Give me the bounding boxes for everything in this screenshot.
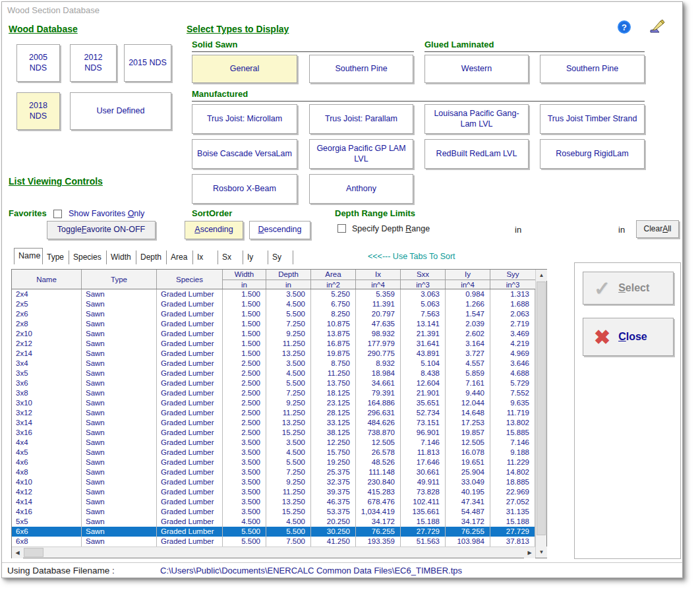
table-row[interactable]: 5x5SawnGraded Lumber4.5004.50020.25034.1… bbox=[12, 517, 535, 527]
table-row[interactable]: 6x8SawnGraded Lumber5.5007.50041.250193.… bbox=[12, 537, 535, 546]
table-cell: 38.125 bbox=[311, 428, 356, 438]
button-georgia-pacific-gp-lam-lvl[interactable]: Georgia Pacific GP LAM LVL bbox=[309, 139, 413, 169]
button-rosboro-x-beam[interactable]: Rosboro X-Beam bbox=[192, 174, 297, 204]
button-user-defined[interactable]: User Defined bbox=[70, 92, 171, 130]
clear-all-button[interactable]: Clear All bbox=[636, 220, 679, 238]
button-western[interactable]: Western bbox=[424, 55, 529, 83]
button-glulam-southern-pine[interactable]: Southern Pine bbox=[540, 55, 645, 83]
button-solid-sawn-southern-pine[interactable]: Southern Pine bbox=[309, 55, 413, 83]
table-row[interactable]: 4x14SawnGraded Lumber3.50013.25046.37567… bbox=[12, 497, 535, 507]
help-icon[interactable]: ? bbox=[618, 20, 631, 34]
button-anthony[interactable]: Anthony bbox=[309, 174, 413, 204]
table-cell: 34.172 bbox=[446, 517, 490, 527]
tab-sy[interactable]: Sy bbox=[268, 251, 293, 264]
tab-depth[interactable]: Depth bbox=[136, 251, 167, 264]
tab-area[interactable]: Area bbox=[167, 251, 193, 264]
scroll-right-arrow-icon[interactable]: ▶ bbox=[524, 547, 535, 558]
table-cell: Graded Lumber bbox=[157, 467, 223, 477]
table-cell: 12.604 bbox=[401, 378, 446, 388]
tab-iy[interactable]: Iy bbox=[243, 251, 268, 264]
table-cell: 3x5 bbox=[12, 369, 82, 378]
select-button[interactable]: ✓ Select bbox=[583, 272, 674, 305]
table-row[interactable]: 2x4SawnGraded Lumber1.5003.5005.2505.359… bbox=[12, 289, 535, 299]
button-trus-joist-microllam[interactable]: Trus Joist: Microllam bbox=[192, 104, 297, 134]
table-row[interactable]: 2x12SawnGraded Lumber1.50011.25016.87517… bbox=[12, 339, 535, 349]
button-2015-nds[interactable]: 2015 NDS bbox=[124, 44, 171, 82]
table-row[interactable]: 3x16SawnGraded Lumber2.50015.25038.12573… bbox=[12, 428, 535, 438]
table-row[interactable]: 4x8SawnGraded Lumber3.5007.25025.375111.… bbox=[12, 467, 535, 477]
show-favorites-checkbox[interactable] bbox=[53, 210, 62, 218]
table-row[interactable]: 2x14SawnGraded Lumber1.50013.25019.87529… bbox=[12, 349, 535, 359]
table-cell: 2.602 bbox=[446, 329, 490, 339]
tab-ix[interactable]: Ix bbox=[193, 251, 218, 264]
glued-laminated-heading: Glued Laminated bbox=[424, 40, 645, 52]
button-general[interactable]: General bbox=[192, 55, 297, 83]
edit-pencil-icon[interactable] bbox=[649, 19, 666, 38]
table-cell: 17.646 bbox=[401, 457, 446, 467]
button-redbuilt-redlam-lvl[interactable]: RedBuilt RedLam LVL bbox=[424, 139, 529, 169]
button-2005-nds[interactable]: 2005 NDS bbox=[16, 44, 60, 82]
table-row[interactable]: 3x6SawnGraded Lumber2.5005.50013.75034.6… bbox=[12, 378, 535, 388]
button-boise-cascade-versalam[interactable]: Boise Cascade VersaLam bbox=[192, 139, 297, 169]
horizontal-scroll-thumb[interactable] bbox=[24, 548, 44, 557]
button-trus-joist-parallam[interactable]: Trus Joist: Parallam bbox=[309, 104, 413, 134]
table-row[interactable]: 4x16SawnGraded Lumber3.50015.25053.3751,… bbox=[12, 507, 535, 517]
descending-button[interactable]: Descending bbox=[249, 221, 310, 239]
table-row[interactable]: 6x6SawnGraded Lumber5.5005.50030.25076.2… bbox=[12, 527, 535, 537]
horizontal-scrollbar[interactable]: ◀ ▶ bbox=[12, 546, 535, 558]
table-row[interactable]: 3x8SawnGraded Lumber2.5007.25018.12579.3… bbox=[12, 388, 535, 398]
table-row[interactable]: 3x4SawnGraded Lumber2.5003.5008.7508.932… bbox=[12, 359, 535, 369]
table-row[interactable]: 3x14SawnGraded Lumber2.50013.25033.12548… bbox=[12, 418, 535, 428]
table-row[interactable]: 2x6SawnGraded Lumber1.5005.5008.25020.79… bbox=[12, 309, 535, 319]
button-2012-nds[interactable]: 2012 NDS bbox=[70, 44, 117, 82]
table-cell: 4x4 bbox=[12, 438, 82, 448]
table-cell: Sawn bbox=[82, 457, 157, 467]
vertical-scrollbar[interactable]: ▲ ▼ bbox=[535, 270, 546, 558]
specify-depth-range-checkbox[interactable] bbox=[337, 224, 346, 233]
table-row[interactable]: 2x10SawnGraded Lumber1.5009.25013.87598.… bbox=[12, 329, 535, 339]
table-row[interactable]: 4x6SawnGraded Lumber3.5005.50019.25048.5… bbox=[12, 457, 535, 467]
button-trus-joist-timber-strand[interactable]: Trus Joist Timber Strand bbox=[540, 104, 645, 134]
scroll-down-arrow-icon[interactable]: ▼ bbox=[536, 546, 547, 558]
table-cell: 48.526 bbox=[356, 457, 401, 467]
tab-width[interactable]: Width bbox=[107, 251, 136, 264]
button-roseburg-rigidlam[interactable]: Roseburg RigidLam bbox=[540, 139, 645, 169]
table-row[interactable]: 3x10SawnGraded Lumber2.5009.25023.125164… bbox=[12, 398, 535, 408]
button-2018-nds[interactable]: 2018 NDS bbox=[16, 92, 60, 130]
table-cell: 96.901 bbox=[401, 428, 446, 438]
col-header-name: Name bbox=[12, 270, 82, 289]
scroll-left-arrow-icon[interactable]: ◀ bbox=[12, 547, 23, 558]
close-button[interactable]: ✖ Close bbox=[583, 318, 674, 356]
table-row[interactable]: 2x5SawnGraded Lumber1.5004.5006.75011.39… bbox=[12, 299, 535, 309]
col-header-width: Widthin bbox=[223, 270, 266, 289]
tab-name[interactable]: Name bbox=[14, 248, 43, 264]
table-cell: 3x4 bbox=[12, 359, 82, 369]
table-row[interactable]: 2x8SawnGraded Lumber1.5007.25010.87547.6… bbox=[12, 319, 535, 329]
table-row[interactable]: 4x10SawnGraded Lumber3.5009.25032.375230… bbox=[12, 477, 535, 487]
table-cell: 1.500 bbox=[223, 319, 266, 329]
vertical-scroll-thumb[interactable] bbox=[537, 281, 546, 535]
table-cell: 1.688 bbox=[490, 299, 535, 309]
tab-species[interactable]: Species bbox=[69, 251, 107, 264]
specify-depth-range-label[interactable]: Specify Depth Range bbox=[352, 224, 430, 233]
toggle-favorite-button[interactable]: Toggle Favorite ON-OFF bbox=[47, 221, 156, 239]
table-cell: Graded Lumber bbox=[157, 527, 223, 537]
scroll-up-arrow-icon[interactable]: ▲ bbox=[536, 270, 547, 281]
table-cell: 15.188 bbox=[401, 517, 446, 527]
table-cell: 7.250 bbox=[266, 467, 311, 477]
tab-type[interactable]: Type bbox=[43, 251, 69, 264]
table-row[interactable]: 3x5SawnGraded Lumber2.5004.50011.25018.9… bbox=[12, 369, 535, 378]
col-header-type: Type bbox=[82, 270, 157, 289]
ascending-button[interactable]: Ascending bbox=[185, 221, 243, 239]
table-cell: 1.500 bbox=[223, 349, 266, 359]
tab-sx[interactable]: Sx bbox=[218, 251, 243, 264]
table-row[interactable]: 4x4SawnGraded Lumber3.5003.50012.25012.5… bbox=[12, 438, 535, 448]
show-favorites-label[interactable]: Show Favorites Only bbox=[69, 209, 144, 218]
table-cell: 193.359 bbox=[356, 537, 401, 546]
table-cell: 8.438 bbox=[401, 369, 446, 378]
table-row[interactable]: 4x5SawnGraded Lumber3.5004.50015.75026.5… bbox=[12, 448, 535, 457]
button-lp-gang-lam-lvl[interactable]: Louisana Pacific Gang-Lam LVL bbox=[424, 104, 529, 134]
table-row[interactable]: 3x12SawnGraded Lumber2.50011.25028.12529… bbox=[12, 408, 535, 418]
table-cell: 27.729 bbox=[401, 527, 446, 537]
table-row[interactable]: 4x12SawnGraded Lumber3.50011.25039.37541… bbox=[12, 487, 535, 497]
